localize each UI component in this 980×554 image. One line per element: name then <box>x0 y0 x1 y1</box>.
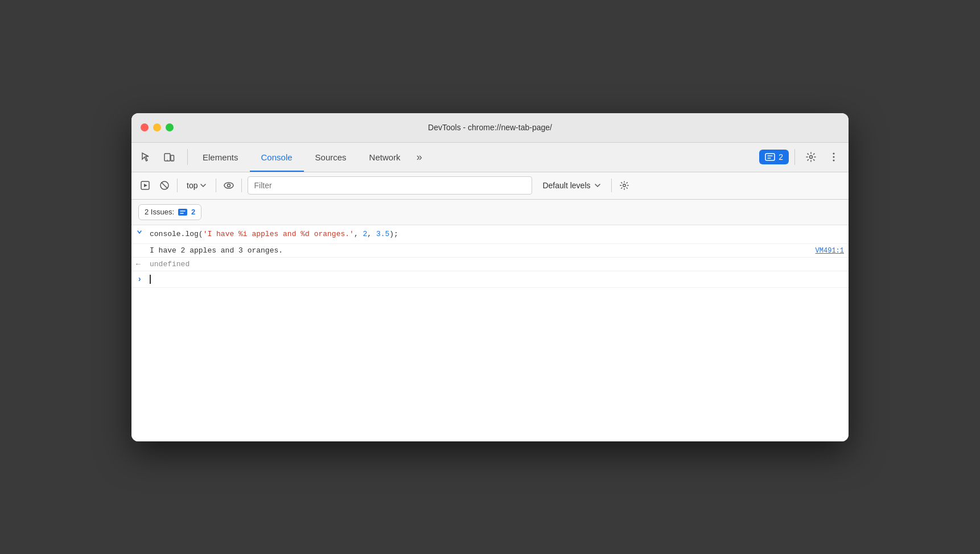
svg-rect-4 <box>765 154 775 160</box>
tab-bar-divider <box>187 149 188 165</box>
console-output-line: I have 2 apples and 3 oranges. VM491:1 <box>131 244 849 258</box>
context-selector[interactable]: top <box>181 179 212 192</box>
svg-rect-16 <box>178 209 187 216</box>
traffic-lights <box>141 123 174 131</box>
undefined-text: undefined <box>150 260 190 268</box>
prompt-arrow: › <box>131 275 150 284</box>
filter-input[interactable] <box>248 176 532 195</box>
output-text: I have 2 apples and 3 oranges. <box>150 246 816 255</box>
toolbar-divider-3 <box>241 179 242 192</box>
return-arrow: ← <box>131 260 150 268</box>
expand-arrow[interactable] <box>131 229 150 235</box>
svg-point-7 <box>833 156 835 158</box>
devtools-window: DevTools - chrome://new-tab-page/ <box>131 113 849 441</box>
toolbar-divider-4 <box>611 179 612 192</box>
tab-icons <box>136 147 179 167</box>
maximize-button[interactable] <box>166 123 174 131</box>
console-input-line[interactable]: › <box>131 271 849 288</box>
close-button[interactable] <box>141 123 149 131</box>
issues-bar: 2 Issues: 2 <box>131 200 849 225</box>
svg-point-13 <box>224 183 233 188</box>
cursor <box>150 275 151 284</box>
svg-point-3 <box>172 160 173 161</box>
tab-bar-right: 2 <box>759 147 844 167</box>
window-title: DevTools - chrome://new-tab-page/ <box>428 123 552 132</box>
svg-point-8 <box>833 160 835 162</box>
console-toolbar: top Default levels <box>131 172 849 200</box>
minimize-button[interactable] <box>153 123 161 131</box>
tab-bar: Elements Console Sources Network » 2 <box>131 143 849 172</box>
svg-point-2 <box>167 160 168 161</box>
svg-point-14 <box>228 184 230 187</box>
issues-badge-tab[interactable]: 2 <box>759 150 789 164</box>
tab-network[interactable]: Network <box>358 142 412 172</box>
more-options-button[interactable] <box>823 147 844 167</box>
svg-line-12 <box>162 183 168 189</box>
tab-right-divider <box>794 149 795 165</box>
console-log-content: console.log('I have %i apples and %d ora… <box>150 229 844 241</box>
svg-marker-10 <box>144 184 147 187</box>
console-settings-button[interactable] <box>615 176 633 195</box>
settings-button[interactable] <box>801 147 821 167</box>
clear-errors-button[interactable] <box>155 176 174 195</box>
svg-point-15 <box>623 184 625 187</box>
source-link[interactable]: VM491:1 <box>816 247 844 255</box>
undefined-line: ← undefined <box>131 258 849 271</box>
svg-point-5 <box>810 156 813 159</box>
console-input[interactable] <box>150 275 844 284</box>
title-bar: DevTools - chrome://new-tab-page/ <box>131 113 849 143</box>
console-area: console.log('I have %i apples and %d ora… <box>131 225 849 441</box>
run-button[interactable] <box>136 176 154 195</box>
issues-badge-bar[interactable]: 2 Issues: 2 <box>138 204 201 220</box>
inspect-element-button[interactable] <box>136 147 157 167</box>
toolbar-divider-1 <box>177 179 178 192</box>
tab-elements[interactable]: Elements <box>191 142 250 172</box>
log-levels-button[interactable]: Default levels <box>536 179 607 192</box>
device-toggle-button[interactable] <box>159 147 179 167</box>
tab-console[interactable]: Console <box>250 142 304 172</box>
tab-sources[interactable]: Sources <box>304 142 358 172</box>
tab-more-button[interactable]: » <box>412 142 427 172</box>
console-log-line: console.log('I have %i apples and %d ora… <box>131 225 849 245</box>
svg-point-6 <box>833 153 835 155</box>
live-expressions-button[interactable] <box>220 176 238 195</box>
toolbar-divider-2 <box>216 179 216 192</box>
